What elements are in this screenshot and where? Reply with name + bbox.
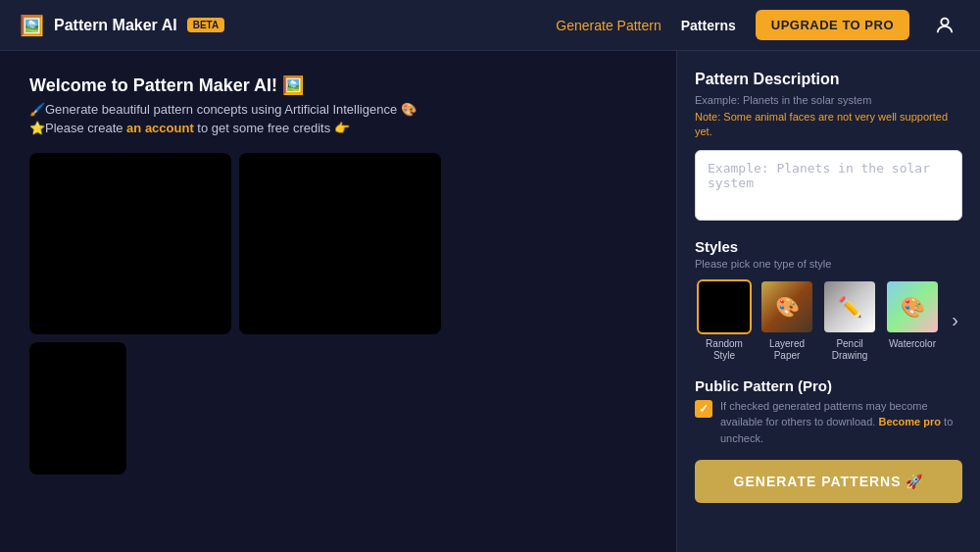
logo-icon: 🖼️ xyxy=(20,14,44,37)
navbar-right: Generate Pattern Patterns UPGRADE TO PRO xyxy=(556,10,960,41)
pattern-grid xyxy=(29,153,441,475)
welcome-bold: Pattern Maker AI xyxy=(133,75,271,95)
create-account-prefix: ⭐Please create xyxy=(29,121,126,135)
style-item-pencil[interactable]: ✏️ Pencil Drawing xyxy=(820,279,879,362)
checkbox-check-icon: ✓ xyxy=(699,402,709,416)
navbar: 🖼️ Pattern Maker AI BETA Generate Patter… xyxy=(0,0,980,51)
welcome-title: Welcome to Pattern Maker AI! 🖼️ xyxy=(29,75,647,96)
public-pattern-checkbox[interactable]: ✓ xyxy=(695,400,712,418)
style-thumb-pencil: ✏️ xyxy=(822,279,877,334)
styles-section: Styles Please pick one type of style Ran… xyxy=(695,238,962,362)
right-panel: Pattern Description Example: Planets in … xyxy=(676,51,980,552)
welcome-prefix: Welcome to xyxy=(29,75,133,95)
styles-title: Styles xyxy=(695,238,962,255)
become-pro-link[interactable]: Become pro xyxy=(878,416,941,427)
styles-subtitle: Please pick one type of style xyxy=(695,258,962,270)
pattern-tile-2[interactable] xyxy=(239,153,441,334)
pattern-description-input[interactable] xyxy=(695,150,962,221)
left-panel: Welcome to Pattern Maker AI! 🖼️ 🖌️Genera… xyxy=(0,51,676,552)
style-thumb-layered: 🎨 xyxy=(760,279,814,334)
styles-next-button[interactable]: › xyxy=(948,305,962,335)
create-account-suffix: to get some free credits 👉 xyxy=(194,121,350,135)
logo-text: Pattern Maker AI xyxy=(54,17,177,34)
style-item-random[interactable]: Random Style xyxy=(695,279,754,362)
create-account-line: ⭐Please create an account to get some fr… xyxy=(29,121,647,135)
generate-pattern-nav-link[interactable]: Generate Pattern xyxy=(556,18,661,33)
main-layout: Welcome to Pattern Maker AI! 🖼️ 🖌️Genera… xyxy=(0,51,980,552)
styles-row: Random Style 🎨 Layered Paper ✏️ xyxy=(695,279,962,362)
warning-text: Note: Some animal faces are not very wel… xyxy=(695,110,962,140)
style-item-watercolor[interactable]: 🎨 Watercolor xyxy=(883,279,942,362)
beta-badge: BETA xyxy=(187,18,224,32)
welcome-emoji: ! 🖼️ xyxy=(271,75,304,95)
style-label-pencil: Pencil Drawing xyxy=(820,338,879,362)
generate-patterns-button[interactable]: GENERATE PATTERNS 🚀 xyxy=(695,460,962,503)
style-item-layered[interactable]: 🎨 Layered Paper xyxy=(758,279,816,362)
user-account-icon[interactable] xyxy=(929,10,960,41)
style-label-watercolor: Watercolor xyxy=(889,338,936,350)
style-thumb-random xyxy=(697,279,752,334)
public-pattern-title: Public Pattern (Pro) xyxy=(695,377,962,394)
svg-point-0 xyxy=(941,18,948,25)
upgrade-to-pro-button[interactable]: UPGRADE TO PRO xyxy=(756,10,909,40)
style-label-random: Random Style xyxy=(695,338,754,362)
patterns-nav-link[interactable]: Patterns xyxy=(681,18,736,33)
navbar-left: 🖼️ Pattern Maker AI BETA xyxy=(20,14,224,37)
style-items: Random Style 🎨 Layered Paper ✏️ xyxy=(695,279,942,362)
pattern-description-title: Pattern Description xyxy=(695,71,962,88)
public-pattern-section: Public Pattern (Pro) ✓ If checked genera… xyxy=(695,377,962,447)
example-label: Example: Planets in the solar system xyxy=(695,94,962,106)
style-label-layered: Layered Paper xyxy=(758,338,816,362)
style-thumb-watercolor: 🎨 xyxy=(885,279,940,334)
public-pattern-text: If checked generated patterns may become… xyxy=(720,398,962,447)
subtitle-line: 🖌️Generate beautiful pattern concepts us… xyxy=(29,102,647,117)
pattern-description-section: Pattern Description Example: Planets in … xyxy=(695,71,962,238)
pattern-tile-1[interactable] xyxy=(29,153,231,334)
create-account-link[interactable]: an account xyxy=(126,121,194,135)
pattern-tile-3[interactable] xyxy=(29,342,126,475)
public-pattern-row: ✓ If checked generated patterns may beco… xyxy=(695,398,962,447)
